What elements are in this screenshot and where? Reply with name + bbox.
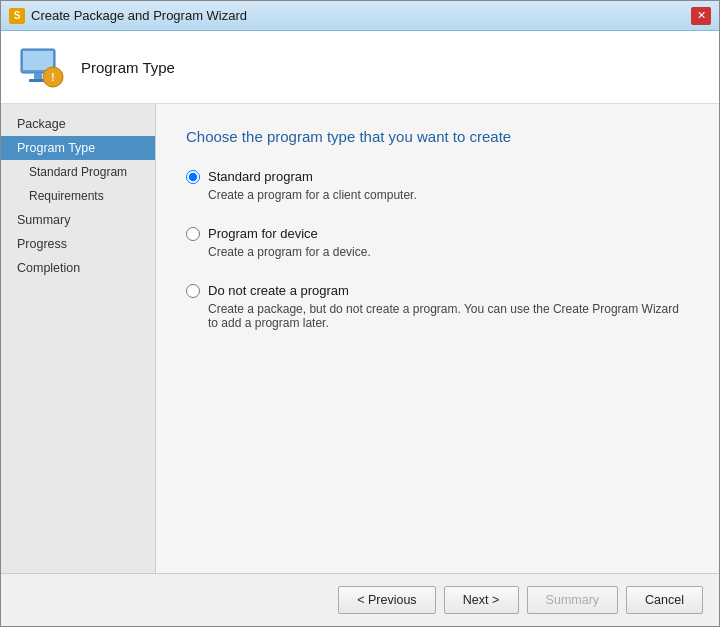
next-button[interactable]: Next >: [444, 586, 519, 614]
content-title: Choose the program type that you want to…: [186, 128, 689, 145]
title-bar: S Create Package and Program Wizard ✕: [1, 1, 719, 31]
sidebar-item-completion[interactable]: Completion: [1, 256, 155, 280]
radio-standard[interactable]: [186, 170, 200, 184]
radio-device[interactable]: [186, 227, 200, 241]
previous-button[interactable]: < Previous: [338, 586, 435, 614]
sidebar-item-standard-program[interactable]: Standard Program: [1, 160, 155, 184]
radio-none[interactable]: [186, 284, 200, 298]
radio-device-desc: Create a program for a device.: [208, 245, 689, 259]
sidebar: Package Program Type Standard Program Re…: [1, 104, 156, 573]
option-device-row: Program for device: [186, 226, 689, 241]
radio-standard-desc: Create a program for a client computer.: [208, 188, 689, 202]
main-area: Package Program Type Standard Program Re…: [1, 104, 719, 573]
sidebar-item-program-type[interactable]: Program Type: [1, 136, 155, 160]
option-device: Program for device Create a program for …: [186, 226, 689, 259]
wizard-icon: !: [17, 43, 65, 91]
header-title: Program Type: [81, 59, 175, 76]
option-none-row: Do not create a program: [186, 283, 689, 298]
radio-none-desc: Create a package, but do not create a pr…: [208, 302, 689, 330]
footer: < Previous Next > Summary Cancel: [1, 573, 719, 626]
summary-button[interactable]: Summary: [527, 586, 618, 614]
header-bar: ! Program Type: [1, 31, 719, 104]
app-icon: S: [9, 8, 25, 24]
window-title: Create Package and Program Wizard: [31, 8, 247, 23]
close-button[interactable]: ✕: [691, 7, 711, 25]
cancel-button[interactable]: Cancel: [626, 586, 703, 614]
option-standard-row: Standard program: [186, 169, 689, 184]
option-standard: Standard program Create a program for a …: [186, 169, 689, 202]
svg-rect-1: [23, 51, 53, 70]
title-bar-left: S Create Package and Program Wizard: [9, 8, 247, 24]
sidebar-item-requirements[interactable]: Requirements: [1, 184, 155, 208]
wizard-window: S Create Package and Program Wizard ✕ ! …: [0, 0, 720, 627]
sidebar-item-package[interactable]: Package: [1, 112, 155, 136]
svg-text:!: !: [51, 72, 54, 83]
radio-standard-label[interactable]: Standard program: [208, 169, 313, 184]
content-area: Choose the program type that you want to…: [156, 104, 719, 573]
radio-device-label[interactable]: Program for device: [208, 226, 318, 241]
radio-none-label[interactable]: Do not create a program: [208, 283, 349, 298]
option-none: Do not create a program Create a package…: [186, 283, 689, 330]
svg-rect-2: [34, 73, 42, 80]
sidebar-item-progress[interactable]: Progress: [1, 232, 155, 256]
sidebar-item-summary[interactable]: Summary: [1, 208, 155, 232]
radio-group: Standard program Create a program for a …: [186, 169, 689, 330]
